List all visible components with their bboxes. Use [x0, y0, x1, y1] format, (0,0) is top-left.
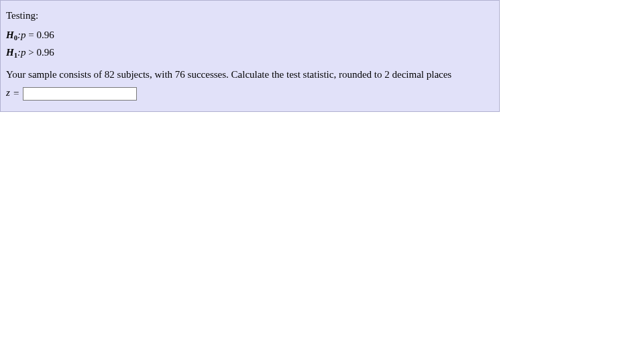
- sample-description: Your sample consists of 82 subjects, wit…: [6, 69, 494, 80]
- sample-text-3: successes. Calculate the test statistic,…: [185, 69, 451, 80]
- h0-H: H: [6, 29, 14, 40]
- h1-var: p: [21, 47, 26, 58]
- h1-rel: >: [26, 47, 37, 58]
- h0-value: 0.96: [37, 29, 54, 40]
- hypotheses: H0:p=0.96 H1:p>0.96: [6, 28, 494, 60]
- h0-rel: =: [26, 29, 37, 40]
- h1-H: H: [6, 47, 14, 58]
- null-hypothesis: H0:p=0.96: [6, 28, 494, 43]
- sample-text-1: Your sample consists of: [6, 69, 105, 80]
- testing-label: Testing:: [6, 10, 494, 21]
- alt-hypothesis: H1:p>0.96: [6, 46, 494, 60]
- sample-text-2: subjects, with: [115, 69, 175, 80]
- z-input[interactable]: [23, 87, 137, 101]
- answer-row: z=: [6, 87, 494, 101]
- equals-sign: =: [10, 88, 23, 99]
- sample-n: 82: [105, 69, 115, 80]
- question-box: Testing: H0:p=0.96 H1:p>0.96 Your sample…: [0, 0, 500, 112]
- sample-successes: 76: [175, 69, 185, 80]
- z-label: z: [6, 88, 10, 99]
- h0-var: p: [21, 29, 26, 40]
- h1-value: 0.96: [37, 47, 54, 58]
